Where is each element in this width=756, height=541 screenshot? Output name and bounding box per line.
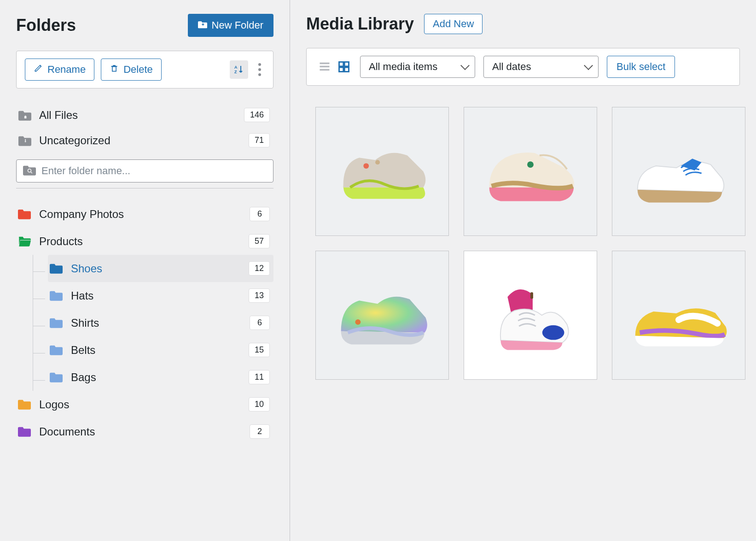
count-badge: 10 (249, 397, 270, 412)
date-filter[interactable]: All dates (483, 56, 599, 78)
svg-rect-14 (344, 67, 349, 71)
svg-rect-1 (203, 24, 204, 26)
media-type-filter[interactable]: All media items (360, 56, 475, 78)
media-item-5[interactable] (464, 251, 597, 380)
media-item-6[interactable] (612, 251, 745, 380)
folder-shoes[interactable]: Shoes 12 (48, 255, 273, 282)
shoe-image-icon (612, 107, 745, 235)
folders-title: Folders (16, 16, 76, 35)
trash-icon (110, 64, 119, 76)
svg-point-17 (375, 160, 380, 165)
count-badge: 146 (244, 108, 270, 122)
folder-icon (50, 371, 64, 383)
media-main: Media Library Add New All media items Al… (290, 0, 756, 541)
folder-shirts[interactable]: Shirts 6 (48, 309, 273, 336)
media-item-4[interactable] (315, 251, 449, 380)
media-grid (306, 107, 740, 380)
svg-point-24 (542, 325, 564, 340)
shoe-image-icon (464, 251, 597, 379)
svg-rect-12 (344, 62, 349, 66)
folder-icon (50, 344, 64, 356)
svg-rect-8 (320, 63, 330, 65)
count-badge: 11 (249, 370, 270, 384)
svg-point-16 (363, 163, 369, 169)
count-badge: 71 (249, 133, 270, 147)
media-library-title: Media Library (306, 14, 414, 34)
folder-search-icon (23, 165, 36, 177)
svg-text:A: A (234, 65, 238, 70)
bulk-select-button[interactable]: Bulk select (607, 56, 675, 78)
svg-point-22 (355, 319, 361, 325)
folder-toolbar: Rename Delete AZ (16, 51, 273, 88)
media-item-2[interactable] (464, 107, 597, 236)
svg-point-4 (25, 141, 26, 142)
svg-rect-11 (339, 62, 343, 66)
folder-search[interactable] (16, 159, 273, 182)
folder-hats[interactable]: Hats 13 (48, 282, 273, 309)
sort-az-button[interactable]: AZ (230, 60, 248, 79)
folder-icon (18, 426, 32, 438)
svg-point-19 (527, 161, 534, 168)
count-badge: 15 (249, 343, 270, 357)
media-item-1[interactable] (315, 107, 449, 236)
folder-icon (50, 263, 64, 275)
home-folder-icon (18, 109, 32, 121)
new-folder-button[interactable]: New Folder (188, 14, 273, 37)
folder-icon (18, 208, 32, 220)
svg-rect-13 (339, 67, 343, 71)
add-new-button[interactable]: Add New (424, 14, 483, 34)
count-badge: 57 (249, 234, 270, 248)
folder-products[interactable]: Products 57 (16, 228, 273, 255)
folder-bags[interactable]: Bags 11 (48, 364, 273, 391)
divider (16, 188, 273, 188)
folder-icon (18, 399, 32, 411)
count-badge: 6 (250, 316, 270, 330)
svg-rect-25 (530, 292, 533, 299)
folder-documents[interactable]: Documents 2 (16, 418, 273, 445)
folder-icon (50, 290, 64, 302)
svg-rect-9 (320, 66, 330, 68)
shoe-image-icon (464, 107, 597, 235)
count-badge: 2 (250, 424, 270, 439)
svg-rect-5 (25, 139, 26, 141)
delete-button[interactable]: Delete (101, 59, 162, 81)
pencil-icon (34, 64, 43, 76)
count-badge: 6 (250, 207, 270, 221)
uncategorized-row[interactable]: Uncategorized 71 (16, 128, 273, 153)
folder-icon (50, 317, 64, 329)
folder-logos[interactable]: Logos 10 (16, 391, 273, 418)
folder-belts[interactable]: Belts 15 (48, 336, 273, 364)
shoe-image-icon (316, 251, 448, 379)
shoe-image-icon (316, 107, 448, 235)
all-files-row[interactable]: All Files 146 (16, 102, 273, 128)
svg-text:Z: Z (234, 70, 237, 74)
count-badge: 13 (249, 288, 270, 303)
svg-rect-10 (320, 69, 330, 71)
more-options-button[interactable] (255, 63, 265, 76)
list-view-button[interactable] (317, 59, 332, 75)
media-filter-bar: All media items All dates Bulk select (306, 48, 740, 86)
count-badge: 12 (249, 261, 270, 276)
folder-tree: Company Photos 6 Products 57 Shoes 12 (16, 200, 273, 445)
folder-alert-icon (18, 135, 32, 147)
folder-company-photos[interactable]: Company Photos 6 (16, 200, 273, 228)
grid-view-button[interactable] (336, 59, 352, 75)
shoe-image-icon (612, 251, 745, 379)
media-item-3[interactable] (612, 107, 745, 236)
folder-plus-icon (198, 19, 207, 31)
folder-search-input[interactable] (41, 165, 267, 177)
rename-button[interactable]: Rename (25, 59, 94, 81)
folder-open-icon (18, 235, 32, 247)
folders-sidebar: Folders New Folder Rename Delete AZ (0, 0, 290, 541)
